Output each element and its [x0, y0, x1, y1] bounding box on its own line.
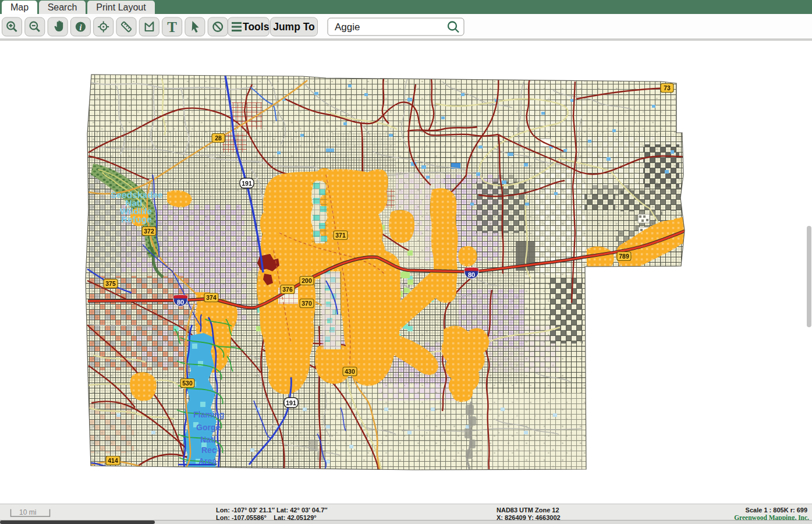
- svg-text:Rec: Rec: [201, 445, 217, 455]
- svg-text:375: 375: [105, 280, 116, 287]
- svg-text:371: 371: [335, 232, 346, 239]
- svg-text:374: 374: [206, 294, 217, 301]
- svg-text:414: 414: [108, 457, 118, 464]
- svg-text:789: 789: [619, 253, 629, 260]
- svg-text:73: 73: [664, 84, 671, 91]
- svg-text:Gorge: Gorge: [196, 423, 220, 432]
- svg-text:372: 372: [144, 228, 154, 235]
- svg-text:376: 376: [282, 286, 293, 293]
- svg-text:Tools: Tools: [243, 21, 270, 33]
- svg-text:Jump To: Jump To: [273, 21, 315, 33]
- svg-text:i: i: [79, 23, 81, 32]
- svg-text:530: 530: [182, 380, 193, 387]
- svg-text:370: 370: [302, 300, 312, 307]
- svg-text:80: 80: [468, 271, 475, 278]
- svg-text:Refuge: Refuge: [121, 214, 152, 224]
- svg-text:Aggie: Aggie: [335, 22, 360, 33]
- svg-text:200: 200: [302, 277, 312, 284]
- svg-text:28: 28: [215, 134, 222, 141]
- svg-text:80: 80: [177, 299, 184, 306]
- svg-text:191: 191: [286, 399, 296, 406]
- svg-text:Natl: Natl: [200, 435, 215, 444]
- svg-text:191: 191: [242, 180, 252, 187]
- svg-text:430: 430: [345, 368, 355, 375]
- svg-text:Flaming: Flaming: [193, 410, 225, 419]
- svg-text:T: T: [167, 19, 177, 35]
- svg-text:Area: Area: [198, 456, 217, 466]
